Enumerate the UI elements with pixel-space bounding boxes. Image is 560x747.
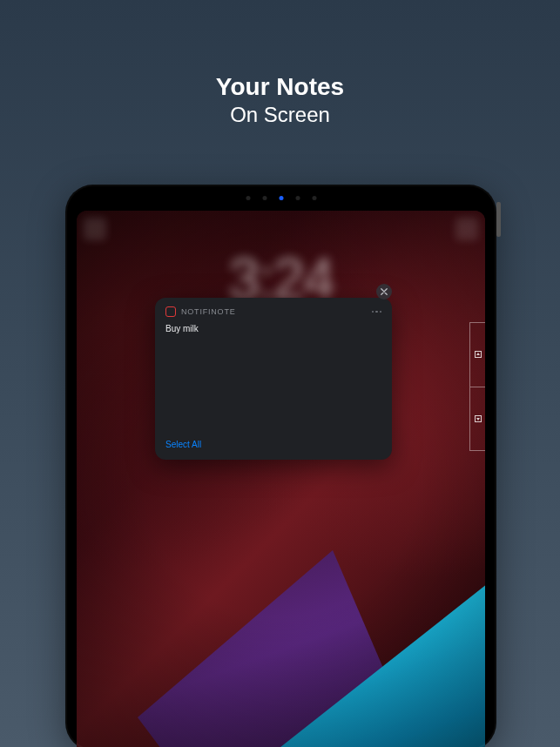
arrow-up-square-icon (475, 351, 482, 358)
tablet-device-frame: 3:24 ‎ ‎ ‎ ‎ ‎ ‎ ‎ ‎ ‎ ‎ ‎ ‎ ‎ ‎ ‎ ‎ NOT… (65, 185, 496, 747)
arrow-down-square-icon (475, 415, 482, 422)
select-all-link[interactable]: Select All (165, 440, 201, 449)
promo-subtitle: On Screen (0, 103, 560, 127)
side-rail (469, 322, 485, 451)
close-icon (381, 288, 388, 295)
more-icon (372, 311, 374, 313)
note-text: Buy milk (165, 324, 381, 435)
widget-header: NOTIFINOTE (165, 306, 381, 317)
device-camera-bar (246, 196, 316, 200)
close-button[interactable] (376, 284, 392, 299)
status-blur-left (84, 218, 106, 240)
app-badge-icon (165, 306, 176, 317)
device-side-button (496, 202, 501, 237)
more-button[interactable] (372, 311, 382, 313)
notification-widget[interactable]: NOTIFINOTE Buy milk Select All (155, 298, 392, 460)
side-rail-up-button[interactable] (470, 323, 485, 387)
status-blur-right (455, 218, 478, 240)
side-rail-down-button[interactable] (470, 387, 485, 451)
promo-heading: Your Notes On Screen (0, 73, 560, 127)
app-name-label: NOTIFINOTE (181, 307, 236, 316)
promo-title: Your Notes (0, 73, 560, 101)
device-screen: 3:24 ‎ ‎ ‎ ‎ ‎ ‎ ‎ ‎ ‎ ‎ ‎ ‎ ‎ ‎ ‎ ‎ NOT… (77, 211, 485, 747)
